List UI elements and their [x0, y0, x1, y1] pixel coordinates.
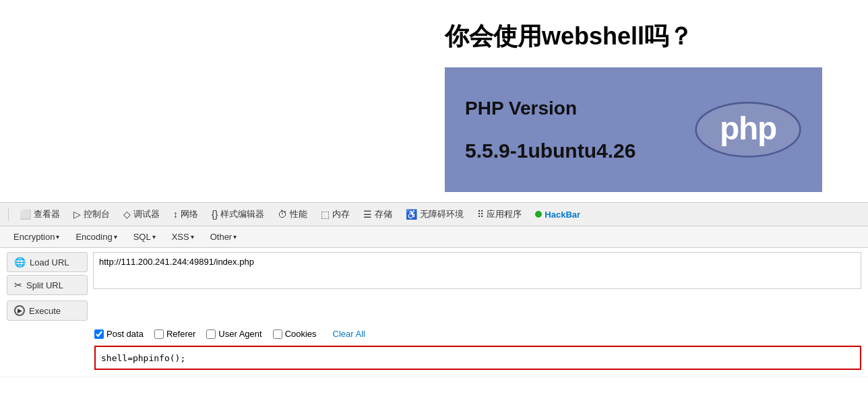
load-url-label: Load URL	[30, 257, 69, 267]
toolbar-hackbar[interactable]: HackBar	[530, 208, 586, 221]
url-input-area	[93, 252, 861, 292]
toolbar-hackbar-label: HackBar	[545, 210, 580, 220]
clear-all-button[interactable]: Clear All	[333, 329, 365, 339]
accessibility-icon: ♿	[406, 209, 417, 220]
toolbar-inspector-label: 查看器	[34, 208, 60, 220]
hackbar-menu-row: Encryption ▾ Encoding ▾ SQL ▾ XSS ▾ Othe…	[0, 226, 868, 248]
menu-encoding[interactable]: Encoding ▾	[69, 230, 123, 244]
cookies-checkbox[interactable]	[273, 329, 282, 339]
encoding-label: Encoding	[75, 232, 112, 242]
inspector-icon: ⬜	[20, 209, 31, 220]
left-buttons: 🌐 Load URL ✂ Split URL ▶ Execute	[7, 252, 88, 321]
toolbar-debugger-label: 调试器	[133, 208, 160, 220]
browser-toolbar: ⬜ 查看器 ▷ 控制台 ◇ 调试器 ↕ 网络 {} 样式编辑器 ⏱ 性能 ⬚ 内…	[0, 202, 868, 226]
php-version-number: 5.5.9-1ubuntu4.26	[465, 139, 636, 162]
toolbar-memory-label: 内存	[332, 208, 350, 220]
sql-arrow-icon: ▾	[152, 233, 156, 241]
menu-sql[interactable]: SQL ▾	[127, 230, 162, 244]
post-data-row	[7, 343, 861, 373]
user-agent-label: User Agent	[218, 329, 261, 339]
referer-label: Referer	[166, 329, 195, 339]
load-url-icon: 🌐	[14, 257, 26, 267]
toolbar-accessibility-label: 无障碍环境	[420, 208, 464, 220]
menu-other[interactable]: Other ▾	[204, 230, 244, 244]
toolbar-console-label: 控制台	[84, 208, 110, 220]
post-data-checkbox[interactable]	[94, 329, 104, 339]
toolbar-accessibility[interactable]: ♿ 无障碍环境	[400, 207, 469, 222]
split-url-label: Split URL	[26, 280, 63, 290]
url-input[interactable]	[93, 252, 861, 289]
menu-encryption[interactable]: Encryption ▾	[7, 230, 66, 244]
url-row: 🌐 Load URL ✂ Split URL ▶ Execute	[7, 252, 861, 321]
encoding-arrow-icon: ▾	[114, 233, 117, 241]
xss-arrow-icon: ▾	[191, 233, 194, 241]
toolbar-debugger[interactable]: ◇ 调试器	[118, 207, 165, 222]
toolbar-network[interactable]: ↕ 网络	[168, 207, 204, 222]
post-data-checkbox-item: Post data	[94, 329, 144, 339]
application-icon: ⠿	[477, 209, 484, 220]
toolbar-network-label: 网络	[181, 208, 198, 220]
toolbar-console[interactable]: ▷ 控制台	[68, 207, 115, 222]
toolbar-style-editor[interactable]: {} 样式编辑器	[206, 207, 270, 222]
post-data-input[interactable]	[94, 346, 861, 370]
console-icon: ▷	[73, 209, 81, 220]
cookies-label: Cookies	[285, 329, 317, 339]
menu-xss[interactable]: XSS ▾	[165, 230, 201, 244]
network-icon: ↕	[173, 209, 178, 220]
toolbar-memory[interactable]: ⬚ 内存	[315, 207, 355, 222]
style-editor-icon: {}	[212, 209, 218, 220]
encryption-arrow-icon: ▾	[56, 233, 59, 241]
execute-icon: ▶	[14, 305, 25, 316]
toolbar-storage-label: 存储	[375, 208, 392, 220]
toolbar-style-editor-label: 样式编辑器	[220, 208, 264, 220]
toolbar-storage[interactable]: ☰ 存储	[358, 207, 398, 222]
other-arrow-icon: ▾	[233, 233, 237, 241]
php-version-label: PHP Version	[465, 98, 636, 119]
memory-icon: ⬚	[321, 209, 330, 220]
php-logo: php	[694, 100, 802, 160]
toolbar-divider	[8, 208, 9, 221]
encryption-label: Encryption	[13, 232, 55, 242]
performance-icon: ⏱	[278, 209, 287, 220]
toolbar-application[interactable]: ⠿ 应用程序	[472, 207, 527, 222]
other-label: Other	[210, 232, 232, 242]
execute-label: Execute	[29, 306, 61, 316]
storage-icon: ☰	[363, 209, 372, 220]
load-url-button[interactable]: 🌐 Load URL	[7, 252, 88, 272]
sql-label: SQL	[133, 232, 151, 242]
user-agent-checkbox-item: User Agent	[206, 329, 261, 339]
svg-text:php: php	[720, 110, 776, 146]
debugger-icon: ◇	[123, 209, 131, 220]
checkbox-row: Post data Referer User Agent Cookies Cle…	[7, 325, 861, 343]
toolbar-application-label: 应用程序	[487, 208, 522, 220]
execute-button[interactable]: ▶ Execute	[7, 301, 88, 321]
main-content-area: 你会使用webshell吗？ PHP Version 5.5.9-1ubuntu…	[0, 0, 868, 202]
toolbar-performance[interactable]: ⏱ 性能	[272, 207, 313, 222]
split-url-icon: ✂	[14, 280, 22, 290]
user-agent-checkbox[interactable]	[206, 329, 216, 339]
referer-checkbox-item: Referer	[154, 329, 195, 339]
xss-label: XSS	[172, 232, 189, 242]
split-url-button[interactable]: ✂ Split URL	[7, 275, 88, 295]
post-data-label: Post data	[106, 329, 144, 339]
cookies-checkbox-item: Cookies	[273, 329, 317, 339]
toolbar-performance-label: 性能	[290, 208, 307, 220]
php-info-box: PHP Version 5.5.9-1ubuntu4.26 php	[445, 67, 822, 192]
hackbar-content: 🌐 Load URL ✂ Split URL ▶ Execute Post da…	[0, 248, 868, 377]
page-title: 你会使用webshell吗？	[445, 20, 693, 53]
referer-checkbox[interactable]	[154, 329, 164, 339]
toolbar-inspector[interactable]: ⬜ 查看器	[14, 207, 65, 222]
hackbar-dot-icon	[535, 211, 542, 218]
